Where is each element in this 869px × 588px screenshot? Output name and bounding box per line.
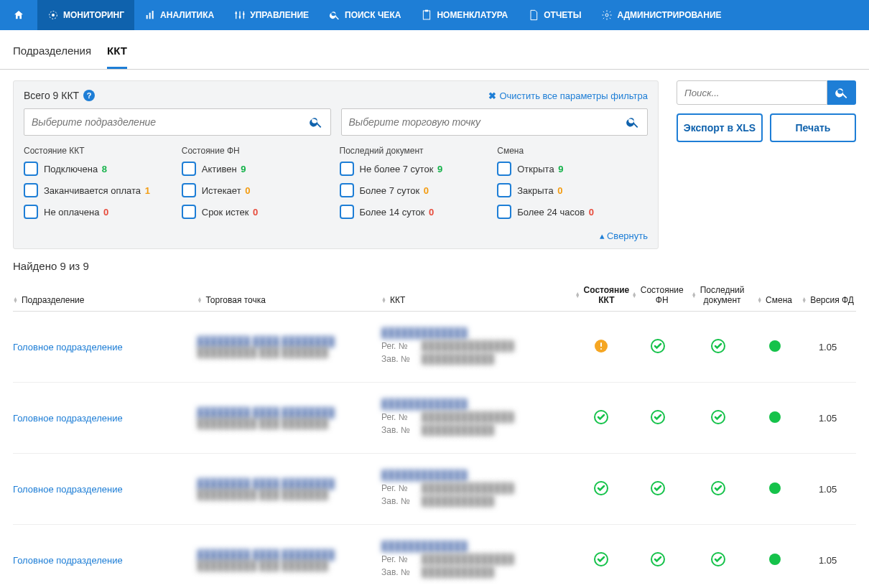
checkbox[interactable]: [497, 162, 511, 176]
subdivision-link[interactable]: Головное подразделение: [13, 342, 123, 353]
th-subdivision[interactable]: ▲▼Подразделение: [13, 295, 198, 305]
th-state-fn[interactable]: ▲▼СостояниеФН: [629, 285, 686, 305]
check-icon: [651, 339, 665, 353]
filter-item[interactable]: Активен 9: [182, 162, 333, 176]
checkbox[interactable]: [182, 205, 196, 219]
checkbox[interactable]: [182, 162, 196, 176]
gear-icon: [601, 9, 613, 21]
table-row: Головное подразделение████████ ████ ████…: [13, 312, 856, 383]
checkbox[interactable]: [182, 183, 196, 197]
tradepoint-redacted: ████████ ████ ████████: [198, 336, 382, 347]
svg-rect-7: [149, 13, 151, 19]
check-icon: [711, 410, 725, 424]
filter-item[interactable]: Более 7 суток 0: [340, 183, 491, 197]
tradepoint-redacted: ████████ ████ ████████: [198, 478, 382, 489]
filter-item[interactable]: Не более 7 суток 9: [340, 162, 491, 176]
check-icon: [651, 481, 665, 495]
checkbox[interactable]: [24, 183, 38, 197]
checkbox[interactable]: [497, 183, 511, 197]
clear-filters-link[interactable]: ✖ Очистить все параметры фильтра: [488, 90, 648, 101]
select-subdivision-input[interactable]: [32, 116, 309, 128]
filter-item[interactable]: Открыта 9: [497, 162, 648, 176]
nav-analytics[interactable]: АНАЛИТИКА: [134, 0, 224, 30]
nav-reports[interactable]: ОТЧЕТЫ: [518, 0, 591, 30]
th-last-doc[interactable]: ▲▼Последнийдокумент: [686, 285, 750, 305]
tradepoint-sub-redacted: █████████ ███ ███████: [198, 560, 382, 571]
select-subdivision[interactable]: [24, 108, 331, 136]
nav-nomenclature[interactable]: НОМЕНКЛАТУРА: [411, 0, 518, 30]
zav-label: Зав. №: [381, 496, 422, 506]
nav-label: НОМЕНКЛАТУРА: [437, 10, 508, 20]
subdivision-link[interactable]: Головное подразделение: [13, 555, 123, 566]
tab-kkt[interactable]: ККТ: [107, 45, 127, 69]
th-kkt[interactable]: ▲▼ККТ: [381, 295, 572, 305]
th-shift[interactable]: ▲▼Смена: [750, 295, 799, 305]
filter-item[interactable]: Более 14 суток 0: [340, 205, 491, 219]
checkbox[interactable]: [340, 205, 354, 219]
table-row: Головное подразделение████████ ████ ████…: [13, 454, 856, 525]
filter-count: 9: [437, 164, 442, 174]
status-dot-icon: [769, 554, 781, 565]
filter-item[interactable]: Подключена 8: [24, 162, 175, 176]
home-icon: [13, 9, 24, 21]
table-row: Головное подразделение████████ ████ ████…: [13, 383, 856, 454]
filter-item[interactable]: Срок истек 0: [182, 205, 333, 219]
filter-item[interactable]: Не оплачена 0: [24, 205, 175, 219]
zav-value-redacted: ███████████: [422, 353, 494, 364]
nav-management[interactable]: УПРАВЛЕНИЕ: [224, 0, 319, 30]
status-dot-icon: [769, 411, 781, 423]
svg-rect-13: [425, 10, 428, 12]
kkt-name-redacted: █████████████: [381, 327, 572, 338]
tab-subdivisions[interactable]: Подразделения: [13, 45, 91, 69]
filter-count: 9: [241, 164, 246, 174]
th-version[interactable]: ▲▼Версия ФД: [799, 295, 856, 305]
tradepoint-redacted: ████████ ████ ████████: [198, 549, 382, 560]
export-xls-button[interactable]: Экспорт в XLS: [677, 113, 763, 142]
subdivision-link[interactable]: Головное подразделение: [13, 484, 123, 495]
filter-item[interactable]: Заканчивается оплата 1: [24, 183, 175, 197]
th-tradepoint[interactable]: ▲▼Торговая точка: [198, 295, 382, 305]
top-nav: МОНИТОРИНГ АНАЛИТИКА УПРАВЛЕНИЕ ПОИСК ЧЕ…: [0, 0, 869, 30]
document-icon: [528, 9, 539, 21]
print-button[interactable]: Печать: [770, 113, 856, 142]
filter-item[interactable]: Закрыта 0: [497, 183, 648, 197]
filter-item[interactable]: Более 24 часов 0: [497, 205, 648, 219]
version-value: 1.05: [799, 342, 856, 353]
checkbox[interactable]: [340, 183, 354, 197]
svg-point-10: [239, 16, 241, 18]
nav-search-check[interactable]: ПОИСК ЧЕКА: [319, 0, 411, 30]
filter-count: 0: [253, 207, 258, 218]
search-button[interactable]: [827, 80, 856, 105]
search-icon: [329, 9, 340, 21]
reg-value-redacted: ██████████████: [422, 340, 514, 351]
check-icon: [594, 481, 608, 495]
th-state-kkt[interactable]: ▲▼СостояниеККТ: [572, 285, 629, 305]
filter-item[interactable]: Истекает 0: [182, 183, 333, 197]
kkt-name-redacted: █████████████: [381, 470, 572, 480]
filter-label: Активен 9: [202, 164, 246, 174]
total-kkt-label: Всего 9 ККТ ?: [24, 90, 95, 101]
collapse-link[interactable]: ▴ Свернуть: [497, 230, 648, 241]
check-icon: [651, 552, 665, 566]
search-icon[interactable]: [309, 115, 323, 129]
checkbox[interactable]: [24, 205, 38, 219]
subdivision-link[interactable]: Головное подразделение: [13, 413, 123, 424]
select-tradepoint[interactable]: [341, 108, 649, 136]
nav-label: АДМИНИСТРИРОВАНИЕ: [617, 10, 721, 20]
filter-label: Более 24 часов 0: [517, 207, 594, 218]
nav-admin[interactable]: АДМИНИСТРИРОВАНИЕ: [591, 0, 731, 30]
svg-point-4: [52, 14, 55, 17]
checkbox[interactable]: [497, 205, 511, 219]
search-icon[interactable]: [626, 115, 640, 129]
status-dot-icon: [769, 340, 781, 352]
nav-home[interactable]: [0, 0, 37, 30]
select-tradepoint-input[interactable]: [349, 116, 626, 128]
search-input[interactable]: [677, 80, 827, 105]
filter-label: Не более 7 суток 9: [360, 164, 443, 174]
zav-label: Зав. №: [381, 354, 422, 364]
nav-monitoring[interactable]: МОНИТОРИНГ: [37, 0, 134, 30]
checkbox[interactable]: [340, 162, 354, 176]
checkbox[interactable]: [24, 162, 38, 176]
svg-rect-8: [152, 11, 154, 19]
help-icon[interactable]: ?: [83, 90, 95, 101]
